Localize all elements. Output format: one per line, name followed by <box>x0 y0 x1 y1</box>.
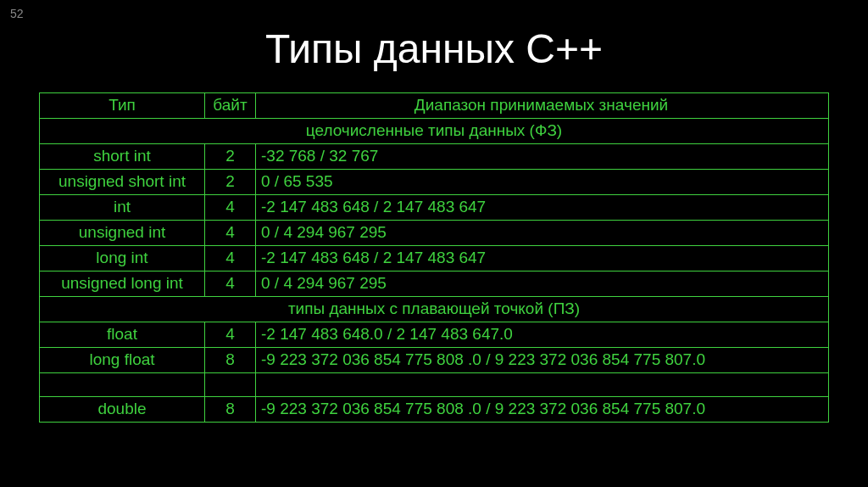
table-row: unsigned short int 2 0 / 65 535 <box>40 170 829 195</box>
cell-bytes: 2 <box>205 144 256 170</box>
data-types-table: Тип байт Диапазон принимаемых значений ц… <box>39 92 829 423</box>
table-header-row: Тип байт Диапазон принимаемых значений <box>40 93 829 119</box>
page-title: Типы данных С++ <box>0 25 868 72</box>
section-integer: целочисленные типы данных (ФЗ) <box>40 119 829 144</box>
cell-range: 0 / 65 535 <box>256 170 829 195</box>
table-row: int 4 -2 147 483 648 / 2 147 483 647 <box>40 195 829 221</box>
cell-empty <box>256 373 829 397</box>
table-row: double 8 -9 223 372 036 854 775 808 .0 /… <box>40 397 829 423</box>
cell-bytes: 4 <box>205 322 256 348</box>
table-row: long float 8 -9 223 372 036 854 775 808 … <box>40 348 829 373</box>
cell-range: 0 / 4 294 967 295 <box>256 221 829 246</box>
cell-type: long float <box>40 348 205 373</box>
cell-bytes: 4 <box>205 246 256 271</box>
table-row: short int 2 -32 768 / 32 767 <box>40 144 829 170</box>
cell-bytes: 8 <box>205 348 256 373</box>
cell-type: short int <box>40 144 205 170</box>
table-empty-row <box>40 373 829 397</box>
table-row: float 4 -2 147 483 648.0 / 2 147 483 647… <box>40 322 829 348</box>
cell-type: float <box>40 322 205 348</box>
section-float: типы данных с плавающей точкой (ПЗ) <box>40 297 829 322</box>
cell-type: unsigned long int <box>40 271 205 297</box>
header-range: Диапазон принимаемых значений <box>256 93 829 119</box>
cell-empty <box>205 373 256 397</box>
table-row: unsigned int 4 0 / 4 294 967 295 <box>40 221 829 246</box>
cell-range: -32 768 / 32 767 <box>256 144 829 170</box>
cell-range: -2 147 483 648 / 2 147 483 647 <box>256 195 829 221</box>
cell-range: -9 223 372 036 854 775 808 .0 / 9 223 37… <box>256 348 829 373</box>
cell-type: double <box>40 397 205 423</box>
cell-bytes: 8 <box>205 397 256 423</box>
table-row: unsigned long int 4 0 / 4 294 967 295 <box>40 271 829 297</box>
cell-type: unsigned int <box>40 221 205 246</box>
cell-range: -2 147 483 648.0 / 2 147 483 647.0 <box>256 322 829 348</box>
section-float-label: типы данных с плавающей точкой (ПЗ) <box>40 297 829 322</box>
cell-type: long int <box>40 246 205 271</box>
cell-bytes: 4 <box>205 221 256 246</box>
slide-number: 52 <box>10 7 24 20</box>
table-row: long int 4 -2 147 483 648 / 2 147 483 64… <box>40 246 829 271</box>
cell-type: int <box>40 195 205 221</box>
cell-bytes: 4 <box>205 195 256 221</box>
cell-range: -2 147 483 648 / 2 147 483 647 <box>256 246 829 271</box>
header-type: Тип <box>40 93 205 119</box>
cell-bytes: 4 <box>205 271 256 297</box>
header-bytes: байт <box>205 93 256 119</box>
cell-range: 0 / 4 294 967 295 <box>256 271 829 297</box>
cell-type: unsigned short int <box>40 170 205 195</box>
cell-empty <box>40 373 205 397</box>
cell-range: -9 223 372 036 854 775 808 .0 / 9 223 37… <box>256 397 829 423</box>
cell-bytes: 2 <box>205 170 256 195</box>
section-integer-label: целочисленные типы данных (ФЗ) <box>40 119 829 144</box>
